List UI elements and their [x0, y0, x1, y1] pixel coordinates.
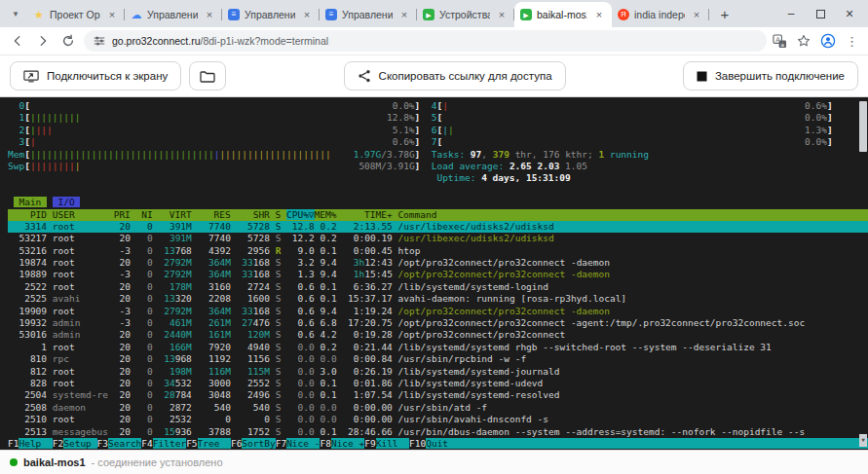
fkey-label-kill[interactable]: Kill [376, 438, 409, 449]
process-row[interactable]: 812 root 20 0 198M 116M 115M S 0.0 3.0 0… [8, 366, 868, 378]
yandex-favicon: Я [618, 9, 629, 20]
fkey-f4[interactable]: F4 [141, 438, 152, 449]
cpu-meter-row: 0[ 0.0%] 4[| 0.6%] [8, 100, 868, 112]
process-row[interactable]: 53216 root -3 0 13768 4392 2956 R 9.0 0.… [8, 245, 868, 257]
tab-close-icon[interactable]: × [105, 8, 119, 21]
fkey-label-nice+[interactable]: Nice + [331, 438, 364, 449]
folder-icon [200, 70, 215, 83]
uptime-row: Uptime: 4 days, 15:31:09 [8, 172, 868, 184]
site-settings-icon[interactable] [94, 35, 105, 47]
tab-close-icon[interactable]: × [495, 8, 509, 21]
fkey-f9[interactable]: F9 [364, 438, 375, 449]
fkey-f8[interactable]: F8 [320, 438, 330, 449]
process-row[interactable]: 810 rpc 20 0 13968 1192 1156 S 0.0 0.0 0… [8, 353, 868, 365]
tab-title: baikal-mos1 - [537, 9, 587, 20]
tab-close-icon[interactable]: × [592, 8, 606, 21]
pro32-favicon: ▶ [423, 9, 434, 20]
connect-screen-label: Подключиться к экрану [47, 70, 168, 82]
process-row[interactable]: 2525 avahi 20 0 13320 2208 1600 S 0.6 0.… [8, 293, 868, 305]
fkey-label-nice[interactable]: Nice - [286, 438, 320, 449]
process-table-header[interactable]: PID USER PRI NI VIRT RES SHR S CPU%▽MEM%… [8, 209, 868, 221]
fkey-label-tree[interactable]: Tree [198, 438, 231, 449]
navigation-bar: go.pro32connect.ru/8di-p1i-wzk?mode=term… [0, 27, 868, 55]
browser-tab-управление-з[interactable]: ☁Управление з× [125, 2, 222, 27]
process-row[interactable]: 2508 daemon 20 0 2872 540 540 S 0.0 0.0 … [8, 402, 868, 414]
restore-button[interactable] [806, 0, 835, 27]
browser-tab-baikal-mos1[interactable]: ▶baikal-mos1 -× [514, 2, 612, 27]
process-row[interactable]: 2504 systemd-re 20 0 28784 3048 2496 S 0… [8, 389, 868, 401]
process-row[interactable]: 53016 admin 20 0 2440M 161M 120M S 0.6 4… [8, 329, 868, 341]
close-button[interactable]: × [835, 0, 864, 27]
url-host: go.pro32connect.ru [112, 35, 200, 47]
process-row[interactable]: 53217 root 20 0 391M 7740 5728 S 12.2 0.… [8, 233, 868, 244]
back-icon [11, 34, 24, 48]
process-row[interactable]: 1 root 20 0 166M 7920 4940 S 0.0 0.2 0:2… [8, 342, 868, 353]
fkey-label-quit[interactable]: Quit [426, 438, 459, 449]
tab-close-icon[interactable]: × [203, 8, 216, 21]
browser-tab-управление-п[interactable]: ≡Управление п× [222, 2, 320, 27]
forward-button[interactable] [33, 31, 53, 51]
process-row[interactable]: 3314 root 20 0 391M 7740 5728 S 12.8 0.2… [8, 221, 868, 233]
back-button[interactable] [8, 31, 27, 51]
tab-close-icon[interactable]: × [397, 8, 411, 21]
star-favicon: ★ [33, 9, 45, 20]
end-connection-label: Завершить подключение [715, 70, 845, 82]
file-manager-button[interactable] [189, 61, 226, 91]
terminal[interactable]: 0[ 0.0%] 4[| 0.6%] 1[||||||||| [0, 97, 868, 450]
copy-link-button[interactable]: Скопировать ссылку для доступа [344, 61, 566, 91]
cpu-meter-row: 3[| 0.6%] 7[ 0.0%] [8, 136, 868, 148]
cloud-favicon: ☁ [131, 9, 142, 20]
end-connection-button[interactable]: Завершить подключение [683, 61, 858, 91]
process-row[interactable]: 2513 messagebus 20 0 15936 3788 1752 S 0… [8, 426, 868, 438]
scrollbar-down-button[interactable]: ▼ [859, 434, 867, 447]
minimize-button[interactable]: – [776, 0, 806, 27]
process-row[interactable]: 19889 root -3 0 2792M 364M 33168 S 1.3 9… [8, 269, 868, 280]
fkey-label-sortby[interactable]: SortBy [242, 438, 275, 449]
doc-favicon: ≡ [325, 9, 337, 20]
scrollbar-thumb[interactable] [859, 101, 867, 152]
browser-tab-india-indepen[interactable]: Яindia indepen× [612, 2, 709, 27]
sort-column-cpu[interactable]: CPU%▽ [286, 209, 315, 220]
fkey-f2[interactable]: F2 [53, 438, 63, 449]
toolbar-center-group: Скопировать ссылку для доступа [344, 61, 566, 91]
process-row[interactable]: 19932 admin -3 0 461M 261M 27476 S 0.6 6… [8, 317, 868, 329]
fkey-label-setup[interactable]: Setup [63, 438, 96, 449]
reload-button[interactable] [58, 31, 78, 51]
process-row[interactable]: 828 root 20 0 34532 3000 2552 S 0.0 0.1 … [8, 378, 868, 389]
fkey-label-help[interactable]: Help [19, 438, 52, 449]
browser-tab-устройства[interactable]: ▶Устройства -× [417, 2, 514, 27]
htop-tab-main[interactable]: Main [14, 197, 47, 207]
fkey-f10[interactable]: F10 [409, 438, 426, 449]
tab-search-chevron-icon[interactable]: ▾ [6, 4, 25, 23]
fkey-f6[interactable]: F6 [231, 438, 242, 449]
browser-tab-управление-ч[interactable]: ≡Управление ч× [320, 2, 417, 27]
fkey-label-filter[interactable]: Filter [153, 438, 186, 449]
fkey-f1[interactable]: F1 [8, 438, 19, 449]
tab-title: Устройства - [439, 9, 490, 20]
bookmark-button[interactable] [797, 34, 811, 48]
tab-close-icon[interactable]: × [300, 8, 314, 21]
new-tab-button[interactable]: + [713, 2, 736, 25]
fkey-label-search[interactable]: Search [108, 438, 141, 449]
address-bar[interactable]: go.pro32connect.ru/8di-p1i-wzk?mode=term… [84, 30, 767, 52]
htop-tab-io[interactable]: I/O [53, 197, 81, 207]
toolbar-left-group: Подключиться к экрану [10, 61, 226, 91]
fkey-f3[interactable]: F3 [97, 438, 108, 449]
tab-close-icon[interactable]: × [690, 8, 703, 21]
browser-tab-проект-open[interactable]: ★Проект Open× [27, 2, 125, 27]
fkey-f7[interactable]: F7 [276, 438, 286, 449]
process-row[interactable]: 2522 root 20 0 178M 3160 2724 S 0.6 0.1 … [8, 281, 868, 293]
star-icon [797, 34, 811, 48]
menu-button[interactable]: ⋮ [846, 34, 858, 49]
fkey-f5[interactable]: F5 [186, 438, 197, 449]
process-row[interactable]: 19909 root -3 0 2792M 364M 33168 S 0.6 9… [8, 306, 868, 317]
translate-button[interactable]: Aa [773, 34, 787, 49]
process-row[interactable]: 19874 root 20 0 2792M 364M 33168 S 3.2 9… [8, 257, 868, 269]
profile-button[interactable] [820, 33, 836, 49]
url-path: /8di-p1i-wzk?mode=terminal [200, 35, 328, 47]
process-row[interactable]: 2510 root 20 0 2532 0 0 S 0.0 0.0 0:00.0… [8, 414, 868, 425]
swap-meter-row: Swp[||||||||| 508M/3.91G] Load average: … [8, 161, 868, 172]
connect-screen-button[interactable]: Подключиться к экрану [10, 61, 181, 91]
cpu-meter-row: 2[|||| 5.1%] 6[|| 1.3%] [8, 125, 868, 136]
terminal-scrollbar[interactable]: ▼ [858, 97, 868, 450]
